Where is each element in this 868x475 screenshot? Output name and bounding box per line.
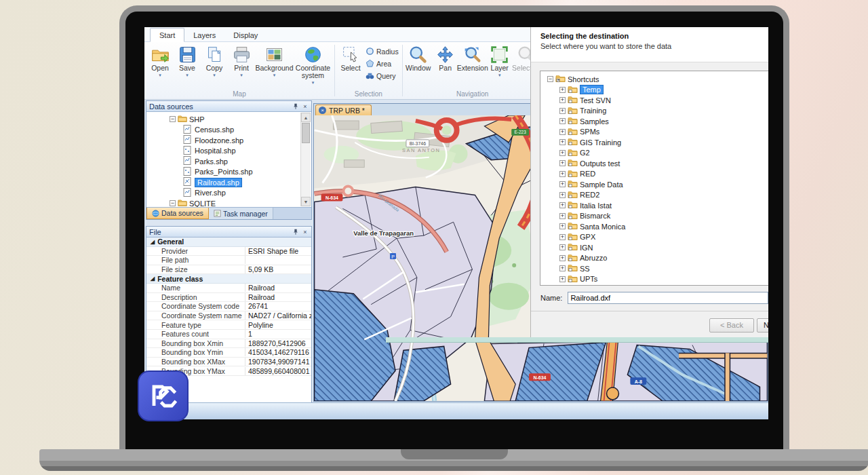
tree-node-shp[interactable]: − SHP xyxy=(148,114,311,125)
tree-item-census[interactable]: Census.shp xyxy=(148,125,311,136)
category-general[interactable]: ◢General xyxy=(146,238,311,247)
radius-button[interactable]: Radius xyxy=(366,46,399,56)
dropdown-arrow-icon[interactable]: ▾ xyxy=(240,72,243,78)
close-icon[interactable]: × xyxy=(302,103,309,110)
tree-item-training[interactable]: +Training xyxy=(545,106,768,117)
select-button[interactable]: Select xyxy=(337,43,364,72)
background-button[interactable]: Background ▾ xyxy=(255,43,294,78)
dropdown-arrow-icon[interactable]: ▾ xyxy=(213,72,216,78)
collapse-icon[interactable]: − xyxy=(170,116,176,122)
dropdown-arrow-icon[interactable]: ▾ xyxy=(312,79,315,86)
expand-icon[interactable]: + xyxy=(559,97,566,103)
copy-button[interactable]: Copy ▾ xyxy=(201,43,228,78)
dropdown-arrow-icon[interactable]: ▾ xyxy=(186,72,189,78)
scrollbar-thumb[interactable] xyxy=(302,123,310,143)
expand-icon[interactable]: + xyxy=(559,192,566,198)
prop-description[interactable]: DescriptionRailroad xyxy=(146,293,311,303)
back-button[interactable]: < Back xyxy=(709,318,754,332)
tree-node-shortcuts[interactable]: − Shortcuts xyxy=(545,74,768,85)
tree-item-river[interactable]: River.shp xyxy=(148,188,311,199)
tree-item-spms[interactable]: +SPMs xyxy=(545,127,768,138)
tree-item-samples[interactable]: +Samples xyxy=(545,116,768,127)
close-icon[interactable]: × xyxy=(302,229,309,235)
close-tab-icon[interactable]: × xyxy=(319,107,326,114)
tree-item-parks-points[interactable]: Parks_Points.shp xyxy=(148,167,311,178)
tree-item-italia-istat[interactable]: +Italia Istat xyxy=(545,200,768,211)
tree-item-floodzone[interactable]: Floodzone.shp xyxy=(148,135,311,146)
tab-start[interactable]: Start xyxy=(150,28,184,42)
window-zoom-button[interactable]: Window xyxy=(405,43,432,72)
expand-icon[interactable]: + xyxy=(559,202,566,208)
expand-icon[interactable]: + xyxy=(559,171,566,177)
expand-icon[interactable]: + xyxy=(559,255,566,261)
tree-item-bismarck[interactable]: +Bismarck xyxy=(545,211,768,222)
prop-cs-code[interactable]: Coordinate System code26741 xyxy=(146,302,311,311)
layer-zoom-button[interactable]: Layer ▾ xyxy=(486,43,513,78)
tree-item-parks[interactable]: Parks.shp xyxy=(148,156,311,167)
dropdown-arrow-icon[interactable]: ▾ xyxy=(273,72,276,78)
destination-name-input[interactable] xyxy=(568,292,768,304)
expand-icon[interactable]: + xyxy=(559,223,566,229)
area-button[interactable]: Area xyxy=(366,58,399,69)
tree-item-dept92[interactable]: +Dept92 xyxy=(545,284,768,286)
extension-zoom-button[interactable]: Extension xyxy=(459,43,486,72)
expand-icon[interactable]: + xyxy=(559,129,566,135)
tree-item-abruzzo[interactable]: +Abruzzo xyxy=(545,253,768,264)
next-button[interactable]: Next > xyxy=(757,318,768,332)
pin-icon[interactable] xyxy=(292,229,299,235)
category-feature-class[interactable]: ◢Feature class xyxy=(146,274,311,284)
prop-features-count[interactable]: Features count1 xyxy=(146,330,311,339)
scroll-up-icon[interactable]: ▲ xyxy=(301,113,311,122)
expand-icon[interactable]: + xyxy=(559,139,566,145)
tab-task-manager[interactable]: Task manager xyxy=(209,208,273,219)
pin-icon[interactable] xyxy=(292,103,299,110)
expand-icon[interactable]: + xyxy=(559,213,566,219)
print-button[interactable]: Print ▾ xyxy=(228,43,255,78)
expand-icon[interactable]: + xyxy=(559,276,566,282)
tree-item-outputs-test[interactable]: +Outputs test xyxy=(545,158,768,169)
tree-item-hospital[interactable]: Hospital.shp xyxy=(148,146,311,157)
pan-button[interactable]: Pan xyxy=(432,43,459,72)
tree-scrollbar[interactable]: ▲ ▼ xyxy=(300,113,311,206)
tree-item-red2[interactable]: +RED2 xyxy=(545,190,768,201)
expand-icon[interactable]: + xyxy=(559,87,566,93)
tree-item-red[interactable]: +RED xyxy=(545,169,768,180)
tree-item-ign[interactable]: +IGN xyxy=(545,242,768,253)
prop-cs-name[interactable]: Coordinate System nameNAD27 / California… xyxy=(146,311,311,321)
dropdown-arrow-icon[interactable]: ▾ xyxy=(498,72,501,78)
tree-item-test-svn[interactable]: +Test SVN xyxy=(545,95,768,106)
tree-item-g2[interactable]: +G2 xyxy=(545,148,768,159)
prop-file-size[interactable]: File size5,09 KB xyxy=(146,265,311,275)
save-button[interactable]: Save ▾ xyxy=(174,43,201,78)
expand-icon[interactable]: + xyxy=(559,150,566,156)
tab-layers[interactable]: Layers xyxy=(184,28,224,41)
expand-icon[interactable]: + xyxy=(559,118,566,124)
map-tab-trp-urb[interactable]: × TRP URB * xyxy=(315,104,372,115)
query-button[interactable]: Query xyxy=(366,71,399,81)
prop-name[interactable]: NameRailroad xyxy=(146,284,311,293)
prop-bbox-xmin[interactable]: Bounding box Xmin1889270,5412906 xyxy=(146,339,311,349)
expand-icon[interactable]: + xyxy=(559,108,566,114)
prop-feature-type[interactable]: Feature typePolyline xyxy=(146,320,311,330)
tree-node-sqlite[interactable]: − SQLITE xyxy=(148,198,311,207)
tab-display[interactable]: Display xyxy=(224,28,267,41)
open-button[interactable]: Open ▾ xyxy=(146,43,174,78)
tab-data-sources[interactable]: Data sources xyxy=(146,208,209,219)
prop-provider[interactable]: ProviderESRI Shape file xyxy=(146,247,311,256)
expand-icon[interactable]: + xyxy=(559,181,566,187)
prop-file-path[interactable]: File path xyxy=(146,256,311,265)
expand-icon[interactable]: + xyxy=(559,265,566,271)
expand-icon[interactable]: + xyxy=(559,234,566,240)
tree-item-ss[interactable]: +SS xyxy=(545,263,768,274)
tree-item-santa-monica[interactable]: +Santa Monica xyxy=(545,221,768,232)
collapse-icon[interactable]: − xyxy=(547,76,553,82)
tree-item-railroad-selected[interactable]: Railroad.shp xyxy=(148,177,311,188)
prop-bbox-ymin[interactable]: Bounding box Ymin415034,146279116 xyxy=(146,348,311,358)
expand-icon[interactable]: + xyxy=(559,160,566,166)
tree-item-gpx[interactable]: +GPX xyxy=(545,232,768,243)
tree-item-sample-data[interactable]: +Sample Data xyxy=(545,179,768,190)
tree-item-gis-training[interactable]: +GIS Training xyxy=(545,137,768,148)
coordinate-system-button[interactable]: Coordinate system ▾ xyxy=(294,43,332,86)
tree-item-temp-selected[interactable]: +Temp xyxy=(545,85,768,96)
prop-bbox-xmax[interactable]: Bounding box XMax1907834,99097141 xyxy=(146,358,311,367)
